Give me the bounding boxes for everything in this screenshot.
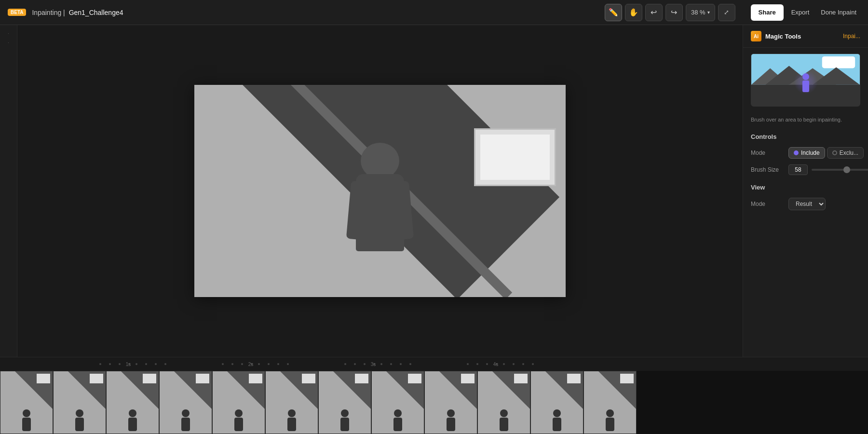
right-panel: Ai Magic Tools Inpai... [743,25,868,357]
mini-head [500,409,508,417]
done-inpaint-button[interactable]: Done Inpaint [817,4,860,21]
brush-size-slider[interactable] [812,169,868,171]
thumb-figure [801,73,810,93]
mini-head [23,409,30,417]
mini-head [341,409,349,417]
ruler-time-label: 3s [371,362,376,367]
mini-scene-content [213,371,265,434]
sign-inner [480,135,550,180]
mini-scene-content [425,371,477,434]
inpaint-tab[interactable]: Inpai... [843,33,860,40]
svg-rect-1 [822,56,855,68]
toolbar: ✏️ ✋ ↩ ↪ 38 % ▾ ⤢ [605,4,735,21]
ruler-dot [522,363,524,365]
ruler-dot [287,363,289,365]
redo-button[interactable]: ↪ [665,4,683,21]
mini-figure [605,409,615,431]
include-radio-dot [794,150,799,155]
ruler-dot [241,363,243,365]
magic-tools-title: Magic Tools [765,33,801,40]
ruler-dot [364,363,366,365]
hand-tool-button[interactable]: ✋ [625,4,642,21]
right-panel-header: Ai Magic Tools Inpai... [743,25,868,48]
zoom-control[interactable]: 38 % ▾ [686,4,715,21]
mini-head [447,409,455,417]
ruler-dot [164,363,166,365]
brush-size-input[interactable] [788,164,808,175]
mini-scene-content [0,371,53,434]
canvas-area[interactable] [17,25,743,357]
share-button[interactable]: Share [751,4,784,21]
film-frame[interactable] [0,371,53,434]
mini-head [182,409,190,417]
film-frame[interactable] [371,371,424,434]
mini-sign [514,374,528,383]
brush-size-control-row: Brush Size [743,162,868,178]
mode-options: Include Exclu... [788,147,864,159]
mini-scene-content [478,371,530,434]
mini-body [75,418,84,431]
film-frame[interactable] [583,371,637,434]
ruler-time-label: 1s [126,362,131,367]
mini-body [287,418,296,431]
exclude-mode-button[interactable]: Exclu... [827,147,864,159]
film-frame[interactable] [530,371,583,434]
view-mode-control-row: Mode Result [743,195,868,213]
expand-button[interactable]: ⤢ [718,4,735,21]
mini-body [447,418,455,431]
film-frame[interactable] [424,371,477,434]
canvas-frame [194,85,566,297]
filmstrip-container[interactable] [0,371,868,434]
controls-section-header: Controls [743,127,868,144]
app-title: Inpainting | Gen1_Challenge4 [32,9,123,16]
mini-body [500,418,508,431]
film-frame[interactable] [477,371,530,434]
film-frame[interactable] [318,371,371,434]
ruler-dot [222,363,224,365]
film-frame[interactable] [212,371,265,434]
mini-sign [249,374,262,383]
mode-control-row: Mode Include Exclu... [743,144,868,162]
mini-head [606,409,614,417]
zoom-value: 38 % [691,9,705,16]
ruler-dot [476,363,478,365]
ruler-dot [390,363,392,365]
mini-body [553,418,561,431]
film-frame[interactable] [159,371,212,434]
mini-figure [287,409,297,431]
mini-scene-content [107,371,159,434]
ruler-dot [109,363,111,365]
mini-figure [75,409,84,431]
export-button[interactable]: Export [787,4,814,21]
ruler-dot [99,363,101,365]
film-frame[interactable] [53,371,106,434]
ruler-dot [354,363,356,365]
film-frame[interactable] [265,371,318,434]
mini-figure [181,409,190,431]
ruler-dot [380,363,382,365]
film-frame[interactable] [106,371,159,434]
mini-head [553,409,561,417]
ruler-dot [400,363,402,365]
ai-icon: Ai [751,31,761,41]
view-mode-select[interactable]: Result [788,198,826,210]
undo-button[interactable]: ↩ [645,4,663,21]
mini-sign [461,374,475,383]
view-mode-label: Mode [751,201,785,207]
brush-tool-button[interactable]: ✏️ [605,4,622,21]
mini-figure [340,409,350,431]
brush-size-label: Brush Size [751,166,785,173]
ruler-dot [268,363,270,365]
sidebar-marker-2: · [8,40,9,45]
mini-body [340,418,349,431]
mini-scene-content [584,371,636,434]
topbar: Beta Inpainting | Gen1_Challenge4 ✏️ ✋ ↩… [0,0,868,25]
ruler-time-label: 2s [248,362,254,367]
mini-sign [37,374,50,383]
mini-sign [196,374,209,383]
include-mode-button[interactable]: Include [788,147,825,159]
mini-scene-content [160,371,212,434]
mode-label: Mode [751,149,785,156]
exclude-label: Exclu... [840,149,858,156]
ruler-dot [513,363,515,365]
